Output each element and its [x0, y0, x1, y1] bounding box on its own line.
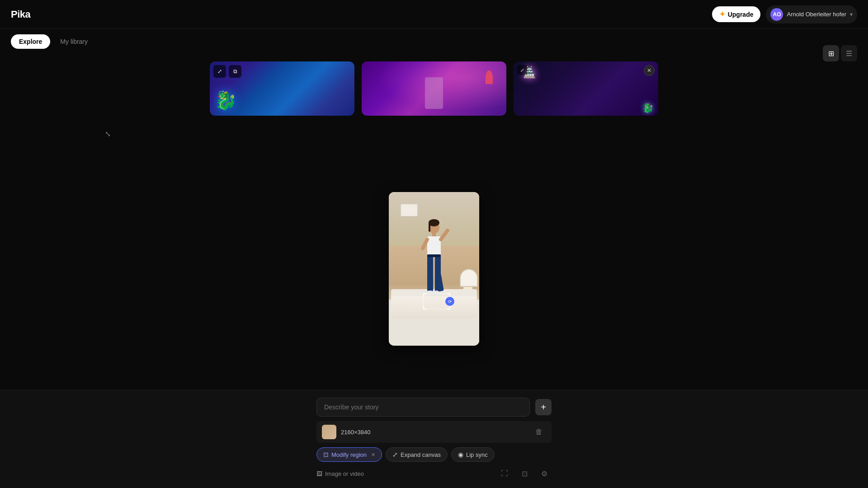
svg-rect-4 [427, 236, 441, 257]
crop-icon: ⊡ [522, 469, 528, 478]
gallery: ⤢ ⧉ 🏯 🐉 ✕ ⤢ [105, 54, 763, 116]
top-bar: Pika ✦ Upgrade AO Arnold Oberleiter hofe… [0, 0, 868, 29]
user-name: Arnold Oberleiter hofer [787, 11, 846, 18]
svg-rect-7 [427, 255, 433, 291]
expand-canvas-label: Expand canvas [401, 451, 441, 458]
svg-rect-9 [427, 254, 441, 257]
bottom-meta-row: 🖼 Image or video ⛶ ⊡ ⚙ [316, 466, 552, 481]
logo: Pika [11, 9, 30, 20]
image-icon: 🖼 [316, 470, 322, 477]
crop-button[interactable]: ⊡ [517, 466, 532, 481]
trash-icon: 🗑 [535, 428, 542, 436]
user-menu[interactable]: AO Arnold Oberleiter hofer ▾ [766, 5, 857, 23]
tab-explore[interactable]: Explore [11, 34, 50, 49]
image-or-video-label: Image or video [325, 470, 364, 477]
gallery-item-1-overlay: ⤢ ⧉ [213, 65, 241, 78]
delete-image-button[interactable]: 🗑 [532, 425, 546, 439]
svg-line-6 [423, 239, 427, 249]
nav-tabs: Explore My library [0, 29, 868, 54]
modify-region-close-icon[interactable]: ✕ [371, 452, 375, 458]
gallery-item-3-close[interactable]: ✕ [644, 65, 655, 76]
settings-button[interactable]: ⚙ [537, 466, 552, 481]
gallery-item-2[interactable] [362, 61, 506, 116]
copy-icon: ⧉ [233, 68, 237, 75]
gallery-item-3[interactable]: 🏯 🐉 ✕ ⤢ [514, 61, 658, 116]
gallery-item-1-expand-btn[interactable]: ⤢ [213, 65, 226, 78]
lip-sync-label: Lip sync [466, 451, 488, 458]
modify-region-icon: ⊡ [323, 451, 329, 458]
modify-region-label: Modify region [331, 451, 367, 458]
image-or-video-toggle[interactable]: 🖼 Image or video [316, 470, 364, 477]
modify-region-pill[interactable]: ⊡ Modify region ✕ [316, 447, 382, 462]
bottom-toolbar: + 2160×3840 🗑 ⊡ Modify region ✕ ⤢ Expand… [0, 390, 868, 488]
bottom-icons: ⛶ ⊡ ⚙ [497, 466, 552, 481]
avatar: AO [770, 8, 783, 21]
canvas-image [389, 192, 479, 346]
prompt-row: + [316, 398, 552, 417]
fullscreen-button[interactable]: ⛶ [497, 466, 512, 481]
gallery-item-1[interactable]: ⤢ ⧉ [210, 61, 354, 116]
sliders-icon: ⚙ [541, 469, 547, 478]
svg-rect-2 [429, 223, 430, 232]
prompt-add-button[interactable]: + [535, 399, 552, 415]
fullscreen-icon: ⛶ [501, 469, 508, 478]
action-pills-row: ⊡ Modify region ✕ ⤢ Expand canvas ◉ Lip … [316, 447, 552, 462]
image-thumbnail [322, 425, 336, 439]
main-canvas [0, 122, 868, 416]
svg-line-5 [441, 230, 448, 239]
selection-handle[interactable] [445, 297, 454, 306]
upgrade-button[interactable]: ✦ Upgrade [712, 6, 761, 22]
lip-sync-icon: ◉ [458, 451, 463, 458]
lip-sync-pill[interactable]: ◉ Lip sync [451, 447, 495, 462]
expand-canvas-pill[interactable]: ⤢ Expand canvas [386, 447, 448, 462]
chevron-down-icon: ▾ [850, 11, 853, 18]
tab-my-library[interactable]: My library [52, 34, 96, 49]
wall-picture [400, 203, 418, 217]
image-info-row: 2160×3840 🗑 [316, 421, 552, 443]
gallery-section: ⤢ ⧉ 🏯 🐉 ✕ ⤢ [0, 54, 868, 116]
expand-icon: ⤢ [217, 68, 222, 75]
selection-box[interactable] [423, 293, 450, 310]
gallery-item-1-action-btn[interactable]: ⧉ [229, 65, 241, 78]
upgrade-star-icon: ✦ [719, 10, 725, 19]
image-size: 2160×3840 [341, 429, 532, 436]
expand-canvas-icon: ⤢ [392, 451, 398, 458]
prompt-input[interactable] [316, 398, 530, 417]
top-right-actions: ✦ Upgrade AO Arnold Oberleiter hofer ▾ [712, 5, 857, 23]
gallery-item-3-expand[interactable]: ⤢ [517, 65, 527, 75]
